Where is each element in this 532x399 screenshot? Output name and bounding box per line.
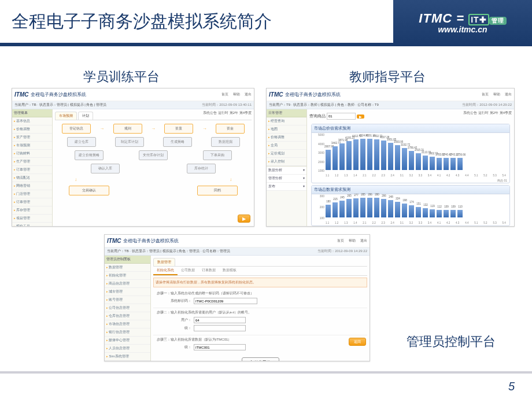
- sidebar-item[interactable]: 市场预测: [12, 142, 52, 150]
- link-home[interactable]: 首页: [221, 92, 228, 97]
- sidebar-item[interactable]: 商品信息管理: [105, 280, 150, 288]
- heading-teacher: 教师指导平台: [324, 68, 451, 86]
- flow-box[interactable]: 库存统计: [187, 164, 216, 173]
- bar: 4432.72: [374, 139, 379, 170]
- next-button[interactable]: ▶: [238, 215, 250, 223]
- bar: 4524.81: [360, 139, 365, 170]
- sidebar-item[interactable]: 门店管理: [12, 190, 52, 198]
- sidebar-item[interactable]: 全局: [267, 142, 306, 150]
- link-home[interactable]: 首页: [482, 92, 489, 97]
- sidebar-item[interactable]: 媒体中心管理: [105, 337, 150, 345]
- sidebar-item[interactable]: 录入控制: [267, 158, 306, 166]
- link-help[interactable]: 帮助: [349, 238, 356, 243]
- breadcrumb-text: 当前用户：T9 · 状态显示：教师 | 模拟提示 | 角色：教师 · 公司名称：…: [269, 102, 379, 108]
- student-app: ITMC 全程电子商务沙盘模拟系统 首页 帮助 退出 当前用户：TB · 状态显…: [12, 88, 254, 227]
- tab-plan[interactable]: 计划: [78, 112, 93, 120]
- sidebar-item[interactable]: Sim系统管理: [105, 353, 150, 361]
- sidebar-item[interactable]: 人员信息管理: [105, 345, 150, 353]
- flow-box[interactable]: 数据挖掘: [211, 137, 240, 147]
- sub-tab-init[interactable]: 初始化系统: [153, 267, 178, 275]
- accordion-head[interactable]: 管理分析▾: [267, 175, 306, 183]
- sidebar-item[interactable]: 城市管理: [105, 288, 150, 296]
- flow-box[interactable]: 建立仓库: [67, 137, 96, 147]
- sidebar: 管理员控制面板 数据管理初始化管理商品信息管理城市管理账号管理公司信息管理仓库信…: [105, 256, 151, 361]
- sidebar-item[interactable]: 订单管理: [12, 166, 52, 174]
- sidebar-item[interactable]: 定价规划: [267, 150, 306, 158]
- app-title: 全程电子商务沙盘模拟系统: [285, 91, 341, 98]
- sidebar-item[interactable]: 订购材料: [12, 150, 52, 158]
- sidebar-item[interactable]: 市场信息管理: [105, 320, 150, 328]
- sidebar-item[interactable]: 银行信息管理: [105, 328, 150, 337]
- sidebar-item[interactable]: 仓库信息管理: [105, 312, 150, 320]
- flow-register[interactable]: 登记信息: [62, 124, 91, 134]
- link-logout[interactable]: 退出: [360, 238, 367, 243]
- arrow-icon: →: [151, 126, 156, 131]
- app-header: ITMC 全程电子商务沙盘模拟系统 首页 帮助 退出: [105, 235, 370, 247]
- sub-tab-company[interactable]: 公司数据: [178, 267, 198, 275]
- sidebar-item[interactable]: 库存管理: [12, 206, 52, 215]
- bar: 112: [437, 210, 442, 217]
- sidebar-item[interactable]: 价格调整: [267, 134, 306, 142]
- sidebar-item[interactable]: 网络营销: [12, 182, 52, 190]
- sidebar-item[interactable]: 数据管理: [105, 264, 150, 272]
- flow-fund[interactable]: 资金: [216, 124, 245, 134]
- sidebar-item[interactable]: 公司信息管理: [105, 304, 150, 312]
- link-logout[interactable]: 退出: [245, 92, 252, 97]
- bar: 1783.83: [437, 158, 442, 170]
- link-logout[interactable]: 退出: [505, 92, 512, 97]
- brand: ITMC: [14, 91, 28, 98]
- sidebar-item[interactable]: 地图: [267, 125, 306, 134]
- sidebar-item[interactable]: 价格调整: [12, 125, 52, 134]
- flow-qual[interactable]: 资质: [164, 124, 193, 134]
- logo-text1: ITMC =: [419, 11, 464, 25]
- return-button[interactable]: 返回: [349, 338, 366, 346]
- accordion-head[interactable]: 发布▾: [267, 183, 306, 191]
- tab-data[interactable]: 数据管理: [153, 258, 175, 266]
- id-input[interactable]: [194, 298, 257, 304]
- flow-rules[interactable]: 规则: [113, 124, 142, 134]
- bar: 132: [423, 208, 428, 217]
- sidebar-item[interactable]: 项目管理: [12, 215, 52, 223]
- sidebar-item[interactable]: 资产管理: [12, 134, 52, 142]
- sub-tab-tpl[interactable]: 数据模板: [219, 267, 240, 275]
- sub-tab-order[interactable]: 订单数据: [198, 267, 219, 275]
- search-input[interactable]: [327, 113, 356, 120]
- flow-box[interactable]: 下单采购: [203, 150, 232, 160]
- sidebar-item[interactable]: 报价工具: [12, 223, 52, 226]
- flow-box[interactable]: 生成策略: [163, 137, 192, 147]
- level-input[interactable]: [194, 325, 246, 331]
- link-home[interactable]: 首页: [337, 238, 344, 243]
- init-button[interactable]: 初始化系统: [242, 357, 279, 361]
- sidebar: 日常管理 经营查询地图价格调整全局定价规划录入控制 数据分析▾ 管理分析▾ 发布…: [267, 109, 307, 226]
- breadcrumb: 当前用户：T9 · 状态显示：教师 | 模拟提示 | 角色：教师 · 公司名称：…: [267, 101, 514, 109]
- flow-box[interactable]: 建立价格策略: [75, 150, 104, 160]
- page-number: 5: [508, 380, 515, 393]
- tab-market[interactable]: 市场预测: [55, 112, 77, 120]
- link-help[interactable]: 帮助: [493, 92, 500, 97]
- sidebar-item[interactable]: 物流配送: [12, 174, 52, 182]
- sidebar-item[interactable]: 生产管理: [12, 158, 52, 166]
- flow-confirm[interactable]: 交易确认: [69, 186, 109, 195]
- flow-rollback[interactable]: 回档: [197, 186, 238, 195]
- sidebar-item[interactable]: 订单管理: [12, 198, 52, 206]
- flow-box[interactable]: 确认入库: [91, 164, 120, 173]
- flow-box[interactable]: 制定库计划: [115, 137, 144, 147]
- sidebar-item[interactable]: 经营查询: [267, 117, 306, 125]
- sidebar-item[interactable]: 账号管理: [105, 296, 150, 304]
- sidebar-heading: 管理员控制面板: [105, 256, 150, 264]
- data-input[interactable]: [194, 344, 246, 350]
- link-help[interactable]: 帮助: [233, 92, 240, 97]
- bar: 3593.95: [395, 145, 400, 170]
- sidebar-item[interactable]: 基本信息: [12, 117, 52, 125]
- accordion-head[interactable]: 数据分析▾: [267, 167, 306, 175]
- bar: 119: [430, 209, 435, 217]
- flow-box[interactable]: 支付库存计划: [139, 150, 168, 160]
- bar: 2415.31: [416, 153, 421, 170]
- search-button[interactable]: ▶: [357, 114, 364, 119]
- user-input[interactable]: [194, 317, 246, 323]
- bottom-rule: [0, 371, 532, 374]
- app-header: ITMC 全程电子商务沙盘模拟系统 首页 帮助 退出: [267, 88, 514, 101]
- content: 系统公告 运行时 第2年 第4季度 查询商品 ▶ 市场总价值需求预测 50004…: [307, 109, 514, 226]
- sidebar-item[interactable]: 初始化管理: [105, 272, 150, 280]
- id-label: 系统标识码：: [157, 298, 191, 304]
